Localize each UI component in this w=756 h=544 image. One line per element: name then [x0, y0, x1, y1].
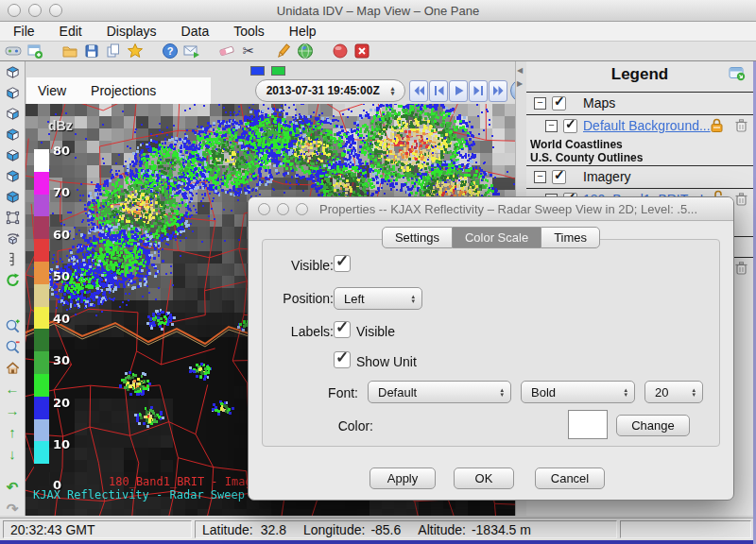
- position-dropdown[interactable]: Left ▴▾: [334, 287, 422, 310]
- pan-up-icon[interactable]: ↑: [4, 423, 22, 441]
- trash-icon[interactable]: [733, 117, 749, 137]
- step-back-button[interactable]: [429, 80, 448, 102]
- menu-edit[interactable]: Edit: [60, 24, 82, 39]
- dialog-tabs: Settings Color Scale Times: [249, 227, 733, 248]
- tab-color-scale[interactable]: Color Scale: [453, 227, 541, 248]
- stop-loads-icon[interactable]: [332, 42, 349, 60]
- color-label: Color:: [301, 418, 373, 434]
- zoom-in-icon[interactable]: [4, 317, 22, 334]
- edit-pencil-icon[interactable]: [275, 42, 292, 60]
- menu-view[interactable]: View: [38, 83, 66, 98]
- window-border-bottom: [0, 540, 756, 544]
- go-to-start-button[interactable]: [409, 80, 428, 102]
- menu-displays[interactable]: Displays: [107, 24, 157, 39]
- visible-checkbox[interactable]: [334, 255, 351, 272]
- open-file-icon[interactable]: [61, 42, 78, 60]
- show-unit-checkbox[interactable]: [334, 351, 351, 368]
- legend-sublabel: World Coastlines: [530, 138, 623, 151]
- tab-settings[interactable]: Settings: [382, 227, 453, 248]
- change-color-button[interactable]: Change: [616, 415, 690, 436]
- go-to-end-button[interactable]: [489, 80, 507, 102]
- ok-button[interactable]: OK: [454, 468, 514, 489]
- support-request-icon[interactable]: [183, 42, 200, 60]
- view-top-icon[interactable]: [4, 84, 22, 101]
- menu-help[interactable]: Help: [289, 24, 317, 39]
- font-name-dropdown[interactable]: Default ▴▾: [368, 381, 511, 403]
- view-south-icon[interactable]: [4, 167, 22, 184]
- pan-left-icon[interactable]: ←: [4, 380, 22, 398]
- maps-visibility-checkbox[interactable]: [552, 96, 566, 110]
- readout-indicator-blue: [250, 66, 265, 76]
- colorbar-segment: [34, 419, 49, 442]
- view-north-icon[interactable]: [4, 126, 22, 143]
- help-icon[interactable]: ?: [162, 42, 179, 60]
- collapse-right-icon[interactable]: ▶: [517, 80, 523, 88]
- font-size-dropdown[interactable]: 20 ▴▾: [644, 381, 703, 403]
- cancel-button[interactable]: Cancel: [535, 468, 605, 489]
- auto-rotate-icon[interactable]: [4, 271, 22, 288]
- home-icon[interactable]: [4, 359, 22, 376]
- float-legend-icon[interactable]: [729, 66, 746, 85]
- menu-projections[interactable]: Projections: [91, 83, 156, 98]
- color-swatch[interactable]: [568, 410, 608, 439]
- view-bottom-icon[interactable]: [4, 105, 22, 122]
- lock-closed-icon[interactable]: [709, 117, 725, 137]
- zoom-out-icon[interactable]: [4, 338, 22, 355]
- dashboard-icon[interactable]: [5, 42, 22, 60]
- step-forward-button[interactable]: [469, 80, 488, 102]
- colorbar-segment: [34, 149, 49, 172]
- trash-icon[interactable]: [733, 191, 749, 211]
- legend-divider: [526, 188, 753, 189]
- window-titlebar[interactable]: Unidata IDV – Map View – One Pane: [0, 0, 756, 22]
- memory-box: [620, 520, 751, 538]
- colorbar-segment: [34, 351, 49, 374]
- time-selector[interactable]: 2013-07-31 19:45:00Z ▴▾: [255, 79, 405, 102]
- font-style-dropdown[interactable]: Bold ▴▾: [521, 381, 635, 403]
- dialog-zoom-icon[interactable]: [296, 203, 308, 215]
- dialog-close-icon[interactable]: [258, 203, 270, 215]
- eraser-icon[interactable]: [218, 42, 235, 60]
- rotate-view-icon[interactable]: [4, 230, 22, 246]
- collapse-left-icon[interactable]: ◀: [517, 67, 523, 75]
- menu-tools[interactable]: Tools: [233, 24, 265, 39]
- colorbar-segment: [34, 172, 49, 195]
- labels-visible-checkbox[interactable]: [334, 321, 351, 338]
- time-stepper-icon[interactable]: ▴▾: [391, 86, 395, 95]
- view-perspective-icon[interactable]: [4, 63, 22, 80]
- save-icon[interactable]: [83, 42, 100, 60]
- properties-dialog: Properties -- KJAX Reflectivity – Radar …: [248, 196, 734, 501]
- tab-times[interactable]: Times: [541, 227, 600, 248]
- pan-right-icon[interactable]: →: [4, 401, 22, 419]
- play-button[interactable]: [449, 80, 468, 102]
- collapse-group-icon[interactable]: −: [534, 171, 546, 183]
- collapse-group-icon[interactable]: −: [534, 97, 546, 110]
- colorbar: [34, 149, 49, 486]
- exit-icon[interactable]: [353, 42, 370, 60]
- dialog-minimize-icon[interactable]: [277, 203, 289, 215]
- apply-button[interactable]: Apply: [369, 468, 436, 489]
- view-west-icon[interactable]: [4, 188, 22, 205]
- trash-icon[interactable]: [733, 260, 749, 280]
- imagery-visibility-checkbox[interactable]: [552, 170, 566, 184]
- favorites-star-icon[interactable]: [127, 42, 144, 60]
- new-display-window-icon[interactable]: [26, 42, 43, 60]
- globe-projection-icon[interactable]: [297, 42, 314, 60]
- view-east-icon[interactable]: [4, 146, 22, 163]
- colorbar-tick: 80: [53, 144, 70, 158]
- collapse-item-icon[interactable]: −: [545, 120, 558, 132]
- copy-icon[interactable]: [105, 42, 122, 60]
- vertical-scale-ruler-icon[interactable]: [4, 250, 22, 267]
- main-toolbar: ? ✂: [0, 42, 756, 61]
- visible-label: Visible:: [260, 258, 334, 273]
- menu-file[interactable]: File: [13, 24, 35, 39]
- undo-icon[interactable]: ↶: [4, 478, 22, 496]
- legend-item-link[interactable]: Default Background...: [583, 118, 711, 133]
- dialog-titlebar[interactable]: Properties -- KJAX Reflectivity – Radar …: [249, 197, 733, 221]
- pan-down-icon[interactable]: ↓: [4, 445, 22, 463]
- menu-data[interactable]: Data: [181, 24, 210, 39]
- scissors-icon[interactable]: ✂: [240, 42, 257, 60]
- item-visibility-checkbox[interactable]: [563, 119, 577, 133]
- box-outline-icon[interactable]: [4, 209, 22, 226]
- colorbar-tick: 60: [53, 228, 70, 242]
- clock-value: 20:32:43 GMT: [10, 522, 95, 537]
